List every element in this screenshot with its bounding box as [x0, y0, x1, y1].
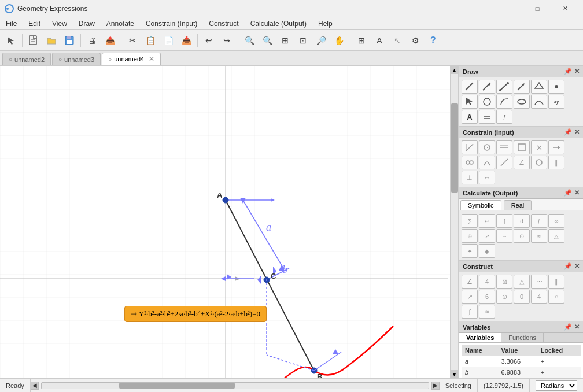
construct-4[interactable]: △: [514, 275, 530, 289]
constrain-panel-close[interactable]: ✕: [574, 128, 580, 136]
print-button[interactable]: 🖨: [83, 32, 101, 49]
constrain-13[interactable]: ⊥: [462, 171, 478, 184]
constrain-2[interactable]: [479, 140, 495, 154]
scroll-thumb-h[interactable]: [119, 383, 235, 389]
calculate-panel-pin[interactable]: 📌: [564, 189, 572, 197]
draw-polygon-button[interactable]: [531, 80, 547, 94]
calc-3[interactable]: ∫: [496, 214, 512, 228]
cursor-button[interactable]: ↖: [389, 32, 406, 49]
calc-7[interactable]: ⊕: [462, 229, 478, 243]
animate-button[interactable]: ⚙: [407, 32, 424, 49]
undo-button[interactable]: ↩: [200, 32, 217, 49]
construct-11[interactable]: 4: [531, 290, 547, 304]
new-button[interactable]: [25, 32, 42, 49]
draw-equation-button[interactable]: [479, 110, 495, 124]
calc-4[interactable]: d: [514, 214, 530, 228]
constrain-5[interactable]: ✕: [531, 140, 547, 154]
calc-10[interactable]: ⊙: [514, 229, 530, 243]
constrain-6[interactable]: [548, 140, 564, 154]
canvas-area[interactable]: a b A C B ⇒ Y: [0, 66, 459, 378]
vars-tab-functions[interactable]: Functions: [501, 333, 544, 342]
zoom-fit-button[interactable]: ⊞: [276, 32, 294, 49]
calc-tab-real[interactable]: Real: [504, 200, 532, 210]
scroll-track-v[interactable]: [451, 74, 459, 370]
draw-parametric-button[interactable]: ƒ: [496, 110, 512, 124]
export-button[interactable]: 📤: [101, 32, 119, 49]
draw-ellipse-button[interactable]: [514, 95, 530, 109]
calc-14[interactable]: ◆: [479, 244, 495, 258]
constrain-4[interactable]: [514, 140, 530, 154]
draw-text-button[interactable]: A: [462, 110, 478, 124]
tab-close-unnamed4[interactable]: ✕: [149, 55, 154, 63]
vars-tab-variables[interactable]: Variables: [459, 333, 501, 342]
constrain-8[interactable]: [479, 156, 495, 169]
construct-10[interactable]: 0: [514, 290, 530, 304]
menu-file[interactable]: File: [0, 17, 23, 29]
scroll-right-button[interactable]: ▶: [431, 382, 440, 390]
redo-button[interactable]: ↪: [218, 32, 235, 49]
draw-point-button[interactable]: [548, 80, 564, 94]
construct-panel-close[interactable]: ✕: [574, 262, 580, 270]
calc-2[interactable]: ↩: [479, 214, 495, 228]
copy-button[interactable]: 📋: [142, 32, 159, 49]
scroll-thumb-v[interactable]: [451, 103, 458, 193]
zoom-in-button[interactable]: 🔍: [241, 32, 258, 49]
menu-draw[interactable]: Draw: [73, 17, 101, 29]
draw-xy-button[interactable]: xy: [548, 95, 564, 109]
zoom-out-button[interactable]: 🔍: [259, 32, 276, 49]
variables-panel-pin[interactable]: 📌: [564, 323, 572, 331]
angle-unit-select[interactable]: Radians Degrees: [536, 380, 577, 391]
variable-row[interactable]: a 3.3066 +: [462, 356, 581, 367]
construct-5[interactable]: ⋯: [531, 275, 547, 289]
vertical-scrollbar[interactable]: ▲ ▼: [450, 66, 458, 378]
draw-select-button[interactable]: [462, 95, 478, 109]
construct-panel-pin[interactable]: 📌: [564, 262, 572, 270]
construct-13[interactable]: ∫: [462, 305, 478, 319]
var-locked[interactable]: -: [537, 378, 581, 379]
variables-panel-close[interactable]: ✕: [574, 323, 580, 331]
constrain-9[interactable]: [496, 156, 512, 169]
draw-panel-close[interactable]: ✕: [574, 68, 580, 75]
close-button[interactable]: ✕: [552, 0, 578, 17]
menu-construct[interactable]: Construct: [203, 17, 244, 29]
constrain-10[interactable]: ∠: [514, 156, 530, 169]
open-button[interactable]: [43, 32, 60, 49]
cut-button[interactable]: ✂: [124, 32, 141, 49]
variable-row[interactable]: b 6.9883 +: [462, 367, 581, 378]
calc-tab-symbolic[interactable]: Symbolic: [460, 200, 501, 210]
grid-button[interactable]: ⊞: [353, 32, 370, 49]
pan-button[interactable]: ✋: [330, 32, 348, 49]
save-button[interactable]: [61, 32, 78, 49]
zoom-rect-button[interactable]: ⊡: [294, 32, 312, 49]
help-button[interactable]: ?: [425, 32, 442, 49]
select-tool-button[interactable]: [2, 32, 20, 49]
snap-button[interactable]: A: [371, 32, 388, 49]
construct-12[interactable]: ○: [548, 290, 564, 304]
menu-annotate[interactable]: Annotate: [101, 17, 140, 29]
horizontal-scrollbar-container[interactable]: ◀ ▶: [31, 379, 440, 392]
construct-2[interactable]: 4: [479, 275, 495, 289]
scroll-down-button[interactable]: ▼: [451, 370, 459, 378]
construct-14[interactable]: ≈: [479, 305, 495, 319]
calc-5[interactable]: ƒ: [531, 214, 547, 228]
draw-segment-button[interactable]: [496, 80, 512, 94]
calc-13[interactable]: ✦: [462, 244, 478, 258]
constrain-14[interactable]: ↔: [479, 171, 495, 184]
horizontal-scrollbar[interactable]: [41, 382, 429, 389]
import-button[interactable]: 📥: [178, 32, 195, 49]
draw-arc-button[interactable]: [496, 95, 512, 109]
constrain-3[interactable]: [496, 140, 512, 154]
draw-line-button[interactable]: [462, 80, 478, 94]
scroll-left-button[interactable]: ◀: [31, 382, 39, 390]
paste-button[interactable]: 📄: [160, 32, 177, 49]
var-locked[interactable]: +: [537, 356, 581, 367]
constrain-11[interactable]: [531, 156, 547, 169]
zoom-prev-button[interactable]: 🔎: [312, 32, 330, 49]
draw-ray-button[interactable]: [479, 80, 495, 94]
calculate-panel-close[interactable]: ✕: [574, 189, 580, 197]
construct-6[interactable]: ∥: [548, 275, 564, 289]
var-locked[interactable]: +: [537, 367, 581, 378]
menu-help[interactable]: Help: [312, 17, 338, 29]
variable-row[interactable]: t 1.518 -: [462, 378, 581, 379]
calc-11[interactable]: ≈: [531, 229, 547, 243]
